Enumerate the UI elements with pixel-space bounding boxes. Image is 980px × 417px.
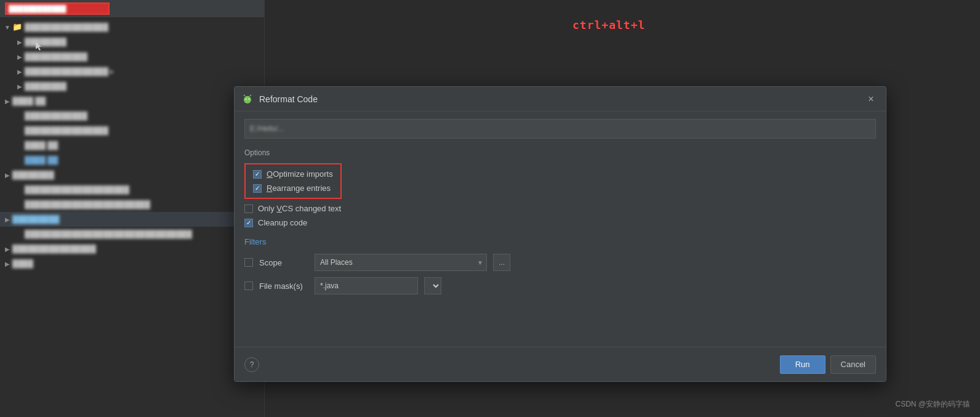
tree-item-label: ████████████ — [25, 52, 87, 61]
list-item[interactable]: ▶ ████ ██ — [0, 94, 264, 108]
sidebar-header-item[interactable]: ████████████ — [5, 2, 110, 15]
file-mask-dropdown[interactable]: ▼ — [424, 277, 441, 294]
tree-item-label: █████████ — [12, 215, 60, 224]
chevron-right-icon: ▶ — [2, 259, 12, 269]
tree-item-label: ████████████████████ — [25, 185, 129, 194]
chevron-right-icon: ▶ — [2, 244, 12, 254]
options-box: OOptimize imports Rearrange entries — [244, 163, 342, 199]
tree-item-label: ████████████████ — [25, 126, 108, 135]
cleanup-code-checkbox[interactable] — [244, 219, 253, 227]
tree-item-label: ████ ██ — [12, 97, 46, 105]
help-button[interactable]: ? — [244, 357, 259, 372]
file-path-bar: E:/Hello/... — [244, 119, 876, 139]
tree-item-label: ████████████████ — [12, 245, 96, 253]
file-mask-checkbox[interactable] — [244, 281, 253, 290]
rearrange-entries-checkbox[interactable] — [253, 184, 262, 193]
list-item[interactable]: ▶ ████████████████ — [0, 241, 264, 256]
optimize-imports-checkbox[interactable] — [253, 170, 262, 179]
file-mask-label: File mask(s) — [259, 281, 308, 291]
run-button[interactable]: Run — [780, 355, 825, 374]
chevron-right-icon: ▶ — [15, 37, 25, 47]
tree-item-label: ████████ — [25, 38, 66, 46]
tree-item-label: ████████████████████████ — [25, 200, 150, 209]
file-path-text: E:/Hello/... — [250, 124, 284, 133]
rearrange-entries-row[interactable]: Rearrange entries — [253, 184, 333, 193]
scope-label: Scope — [259, 258, 308, 267]
cancel-button[interactable]: Cancel — [830, 355, 876, 374]
dialog-body: E:/Hello/... Options OOptimize imports R… — [235, 111, 886, 308]
chevron-down-icon: ▼ — [2, 22, 12, 32]
footer-buttons: Run Cancel — [780, 355, 876, 374]
tree-item-label: ████████████████████████████████ — [25, 230, 192, 238]
svg-line-4 — [244, 95, 245, 96]
list-item[interactable]: ▶ ████████ — [0, 168, 264, 182]
tree-item-label: ████ ██ — [25, 156, 58, 164]
scope-checkbox[interactable] — [244, 258, 253, 267]
list-item[interactable]: ▶ ████████████ — [0, 49, 264, 64]
dialog-titlebar: Reformat Code × — [235, 87, 886, 111]
list-item[interactable]: ████████████████████████ — [0, 197, 264, 212]
list-item[interactable]: ████ ██ — [0, 138, 264, 153]
dialog-title: Reformat Code — [259, 94, 864, 104]
scope-row: Scope All Places Project Files Changed F… — [244, 254, 876, 271]
list-item[interactable]: ▶ ████████████████ ▸ — [0, 64, 264, 79]
watermark: CSDN @安静的码字猿 — [895, 399, 970, 410]
chevron-right-icon: ▶ — [15, 52, 25, 62]
dialog-close-button[interactable]: × — [864, 92, 878, 107]
android-icon — [242, 93, 254, 105]
sidebar-header: ████████████ — [0, 0, 264, 17]
svg-point-2 — [246, 99, 247, 100]
only-vcs-checkbox[interactable] — [244, 204, 253, 213]
shortcut-text: ctrl+alt+l — [572, 18, 645, 31]
tree-item-label: ████ ██ — [25, 141, 58, 150]
sidebar: ████████████ ▼ 📁 ████████████████ ▶ ████… — [0, 0, 265, 417]
svg-line-5 — [250, 95, 251, 96]
sidebar-header-label: ████████████ — [9, 5, 66, 12]
list-item[interactable]: ▶ ████████ — [0, 34, 264, 49]
folder-icon: 📁 — [12, 22, 22, 32]
rearrange-entries-label: Rearrange entries — [267, 184, 331, 193]
chevron-right-icon: ▶ — [2, 96, 12, 106]
only-vcs-label: Only VCS changed text — [258, 204, 341, 213]
list-item[interactable]: ████████████████████████████████ — [0, 227, 264, 241]
only-vcs-row[interactable]: Only VCS changed text — [244, 204, 876, 213]
filters-section: Filters Scope All Places Project Files C… — [244, 237, 876, 294]
list-item[interactable]: ████ ██ — [0, 153, 264, 168]
list-item[interactable]: ▶ █████████ — [0, 212, 264, 227]
list-item[interactable]: ████████████ — [0, 108, 264, 123]
sidebar-tree: ▼ 📁 ████████████████ ▶ ████████ ▶ ██████… — [0, 17, 264, 273]
reformat-code-dialog: Reformat Code × E:/Hello/... Options OOp… — [234, 86, 886, 382]
list-item[interactable]: ▶ ████████ — [0, 79, 264, 94]
optimize-imports-row[interactable]: OOptimize imports — [253, 169, 333, 179]
list-item[interactable]: ████████████████████ — [0, 182, 264, 197]
tree-item-label: ████████████████ ▸ — [25, 67, 114, 76]
dialog-footer: ? Run Cancel — [235, 347, 886, 381]
svg-point-3 — [249, 99, 250, 100]
cleanup-code-row[interactable]: Cleanup code — [244, 218, 876, 227]
file-mask-row: File mask(s) ▼ — [244, 277, 876, 294]
list-item[interactable]: ▼ 📁 ████████████████ — [0, 20, 264, 34]
chevron-right-icon: ▶ — [2, 214, 12, 224]
filters-section-label: Filters — [244, 237, 876, 246]
options-section-label: Options — [244, 148, 876, 157]
tree-item-label: ████████ — [25, 82, 66, 91]
tree-item-label: ████████████████ — [25, 23, 108, 31]
tree-item-label: ████████ — [12, 171, 54, 179]
scope-select[interactable]: All Places Project Files Changed Files C… — [315, 254, 487, 271]
tree-item-label: ████ — [12, 259, 33, 268]
chevron-right-icon: ▶ — [15, 81, 25, 91]
list-item[interactable]: ▶ ████ — [0, 256, 264, 271]
optimize-imports-label: OOptimize imports — [267, 169, 333, 179]
chevron-right-icon: ▶ — [15, 67, 25, 76]
tree-item-label: ████████████ — [25, 111, 87, 120]
chevron-right-icon: ▶ — [2, 170, 12, 180]
scope-ellipsis-button[interactable]: ... — [493, 254, 510, 271]
cleanup-code-label: Cleanup code — [258, 218, 307, 227]
file-mask-input[interactable] — [315, 277, 418, 294]
list-item[interactable]: ████████████████ — [0, 123, 264, 138]
scope-select-wrapper: All Places Project Files Changed Files C… — [315, 254, 487, 271]
